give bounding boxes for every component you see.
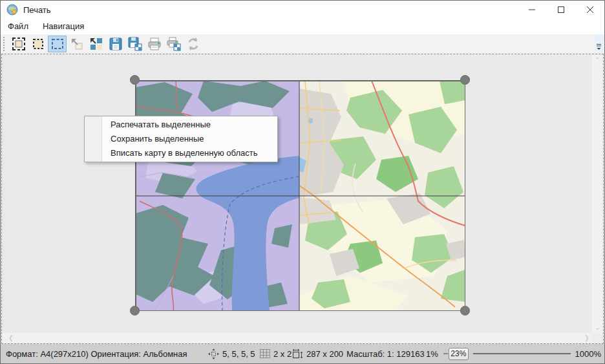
page-size-value: 287 x 200 <box>306 349 343 359</box>
toolbar <box>1 34 604 54</box>
resize-handle-bottom-left[interactable] <box>130 306 140 316</box>
select-print-area-button[interactable] <box>28 36 47 52</box>
select-area-filled-icon <box>12 37 26 51</box>
refresh-button[interactable] <box>184 36 202 52</box>
save-tiles-icon <box>128 37 142 51</box>
map-preview[interactable] <box>135 80 465 310</box>
save-icon <box>109 37 123 51</box>
menu-bar: Файл Навигация <box>1 19 604 34</box>
minimize-icon <box>528 6 536 14</box>
scale-status: Масштаб: 1: 129163 <box>346 344 425 363</box>
zoom-slider-thumb[interactable]: 23% <box>449 348 469 360</box>
margins-value: 5, 5, 5, 5 <box>222 349 255 359</box>
arrow-corner-icon <box>70 37 84 51</box>
select-print-area-filled-button[interactable] <box>9 36 28 52</box>
print-preview-area[interactable]: Распечатать выделенные Сохранить выделен… <box>1 54 604 344</box>
close-icon <box>586 6 594 14</box>
scroll-right-arrow-icon[interactable]: ❭ <box>582 333 592 343</box>
margins-icon <box>208 348 219 359</box>
toolbar-overflow-button[interactable] <box>594 35 604 53</box>
select-region-button[interactable] <box>48 36 67 52</box>
move-selection-button[interactable] <box>67 36 86 52</box>
print-button[interactable] <box>145 36 164 52</box>
resize-handle-bottom-right[interactable] <box>460 306 470 316</box>
grid-value: 2 x 2 <box>273 349 292 359</box>
arrow-tiles-icon <box>89 37 103 51</box>
select-area-icon <box>31 37 45 51</box>
selection-rect-icon <box>50 37 65 51</box>
zoom-slider-track[interactable] <box>473 353 571 354</box>
scroll-down-arrow-icon[interactable]: ⌄ <box>592 323 603 333</box>
save-button[interactable] <box>106 36 125 52</box>
toolbar-overflow-icon <box>596 43 602 50</box>
page-grid-icon <box>260 349 270 358</box>
context-menu-item-save-selected[interactable]: Сохранить выделенные <box>85 132 277 146</box>
scroll-up-arrow-icon[interactable]: ⌃ <box>592 55 603 65</box>
save-pages-button[interactable] <box>125 36 144 52</box>
zoom-min-label: 1% <box>426 349 438 359</box>
menu-file[interactable]: Файл <box>1 19 36 34</box>
title-bar: Печать <box>1 1 604 19</box>
globe-icon <box>6 4 18 16</box>
refresh-icon <box>186 37 200 51</box>
maximize-icon <box>557 6 565 14</box>
printer-icon <box>147 37 162 51</box>
margins-status: 5, 5, 5, 5 <box>208 344 255 363</box>
printer-tiles-icon <box>167 37 181 51</box>
zoom-control: 1% 23% 1000% <box>426 344 601 363</box>
context-menu-item-print-selected[interactable]: Распечатать выделенные <box>85 118 277 132</box>
grid-status: 2 x 2 <box>260 344 292 363</box>
context-menu: Распечатать выделенные Сохранить выделен… <box>84 116 278 162</box>
menu-navigation[interactable]: Навигация <box>36 19 91 34</box>
resize-handle-top-left[interactable] <box>130 75 140 85</box>
resize-handle-top-right[interactable] <box>460 75 470 85</box>
format-status: Формат: A4(297x210) Ориентация: Альбомна… <box>6 344 187 363</box>
maximize-button[interactable] <box>546 1 575 19</box>
window-controls <box>517 1 604 19</box>
scroll-left-arrow-icon[interactable]: ❬ <box>6 333 16 343</box>
zoom-track-left[interactable] <box>443 353 448 354</box>
close-button[interactable] <box>575 1 604 19</box>
minimize-button[interactable] <box>517 1 546 19</box>
status-bar: Формат: A4(297x210) Ориентация: Альбомна… <box>1 344 604 363</box>
window-title: Печать <box>23 5 51 15</box>
zoom-max-label: 1000% <box>575 349 601 359</box>
vertical-scrollbar[interactable]: ⌃ ⌄ <box>592 55 603 333</box>
print-dialog-window: Печать Файл Навигация <box>0 0 605 364</box>
scrollbar-corner <box>592 333 603 343</box>
fit-pages-button[interactable] <box>87 36 105 52</box>
context-menu-item-fit-map[interactable]: Вписать карту в выделенную область <box>85 146 277 160</box>
horizontal-scrollbar[interactable]: ❬ ❭ <box>2 333 592 343</box>
page-size-icon <box>292 348 303 359</box>
page-size-status: 287 x 200 <box>292 344 343 363</box>
toolbar-grip[interactable] <box>3 37 6 51</box>
print-pages-button[interactable] <box>164 36 183 52</box>
